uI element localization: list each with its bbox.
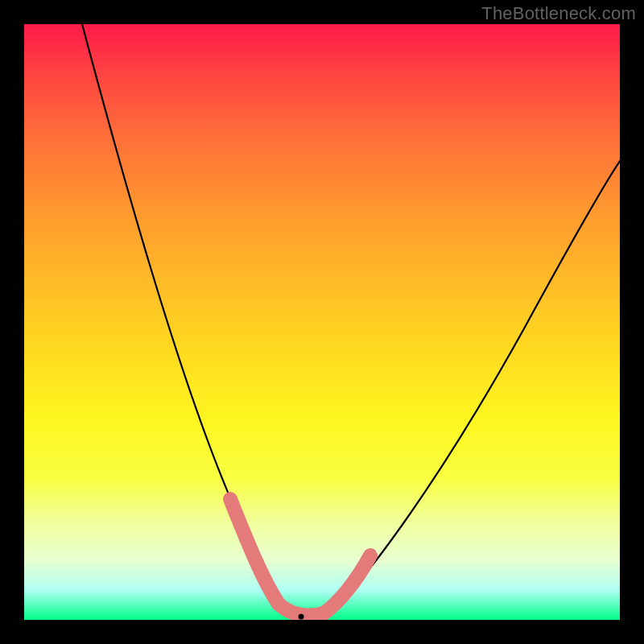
curve-accent-left xyxy=(230,499,279,604)
bottleneck-curve xyxy=(82,24,620,617)
curve-accent-right xyxy=(324,555,370,613)
minimum-point-marker xyxy=(299,614,304,620)
chart-frame: TheBottleneck.com xyxy=(0,0,644,644)
plot-area xyxy=(24,24,620,620)
watermark-text: TheBottleneck.com xyxy=(481,3,636,24)
curve-layer xyxy=(24,24,620,620)
